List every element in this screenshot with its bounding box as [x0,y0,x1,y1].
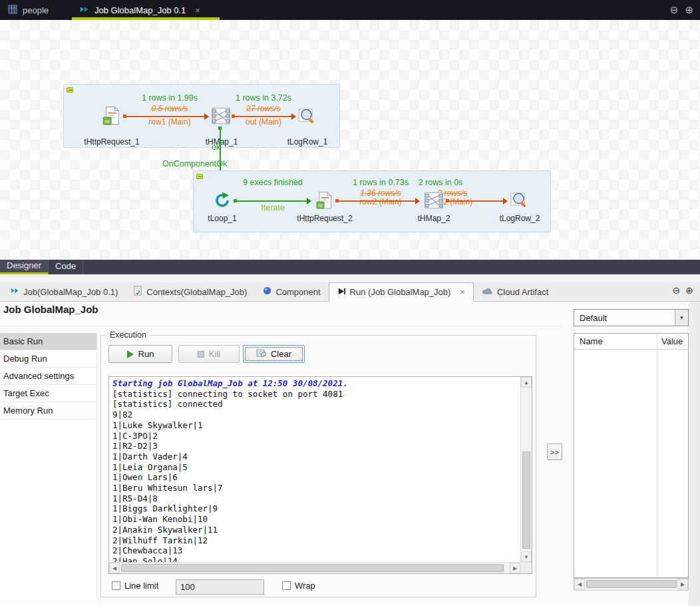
console-output[interactable]: Starting job GlobalMap_Job at 12:50 30/0… [109,377,520,562]
console-line: 1|Beru Whitesun lars|7 [112,483,520,493]
chevron-down-icon[interactable]: ▼ [675,310,688,326]
sidebar-item-debug-run[interactable]: Debug Run [0,350,96,368]
scrollbar-thumb[interactable] [522,452,530,549]
trigger-label[interactable]: OnComponentOk [162,159,227,168]
scrollbar-thumb[interactable] [586,580,677,588]
context-table-scrollbar[interactable]: ◀ ▶ [574,578,689,591]
flow-link-label[interactable]: row1 (Main) [128,117,211,127]
run-play-icon [337,287,346,298]
link-arrow-icon [307,198,311,204]
component-label: tHttpRequest_2 [285,214,365,223]
play-icon [127,350,134,358]
flow-link-line[interactable] [124,116,206,117]
line-limit-label: Line limit [124,581,158,591]
subjob-collapse-icon[interactable] [67,87,73,93]
kill-button[interactable]: Kill [178,345,240,363]
stop-icon [198,351,204,358]
tab-component[interactable]: Component [255,282,328,301]
maximize-view-icon[interactable]: ⊕ [685,285,693,296]
svg-text:ht: ht [319,203,323,208]
component-tHMap_2[interactable] [423,190,444,214]
console-horizontal-scrollbar[interactable]: ◀ ▶ [109,562,520,573]
clear-button[interactable]: Clear [243,345,305,363]
console-line: 2|Chewbacca|13 [112,545,520,556]
sidebar-item-advanced-settings[interactable]: Advanced settings [0,368,96,385]
component-tLoop_1[interactable] [213,191,232,212]
run-button-label: Run [138,349,154,359]
editor-tab-label: Job GlobalMap_Job 0.1 [94,5,186,15]
job-design-canvas[interactable]: 1 rows in 1.99s 0.5 rows/s row1 (Main) 1… [0,20,700,260]
component-label: tLogRow_1 [267,137,347,147]
flow-rate: 27 rows/s [224,104,303,113]
iterate-line[interactable] [235,200,308,202]
console-line: [statistics] connecting to socket on por… [112,389,520,400]
scroll-down-icon[interactable]: ▼ [521,551,532,562]
iterate-label[interactable]: Iterate [240,203,306,212]
link-arrow-icon [503,198,508,204]
divider [0,326,562,326]
tab-run[interactable]: Run (Job GlobalMap_Job) × [329,282,474,302]
editor-tab-people[interactable]: people [0,0,57,20]
console-vertical-scrollbar[interactable]: ▲ ▼ [520,377,532,562]
subjob-collapse-icon[interactable] [196,174,203,179]
console-line: 2|Wilhuff Tarkin|12 [112,535,520,546]
tab-job-view[interactable]: Job(GlobalMap_Job 0.1) [3,282,126,301]
context-variables-table: Name Value [574,333,689,578]
console-line: 9|82 [112,410,520,420]
console-line: 1|R2-D2|3 [112,441,520,452]
kill-button-label: Kill [209,349,220,359]
minimize-view-icon[interactable]: ⊖ [673,285,681,296]
component-tLogRow_2[interactable] [510,190,528,212]
execution-console[interactable]: Starting job GlobalMap_Job at 12:50 30/0… [108,376,532,574]
link-arrow-icon [291,113,296,120]
component-tHttpRequest_2[interactable]: ht [315,191,333,212]
tab-designer[interactable]: Designer [0,260,49,274]
scroll-left-icon[interactable]: ◀ [109,563,120,573]
flow-link-label[interactable]: row2 (Main) [341,197,421,206]
console-line: 1|Biggs Darklighter|9 [112,503,520,514]
maximize-view-icon[interactable]: ⊕ [685,4,693,16]
scroll-right-icon[interactable]: ▶ [677,579,688,589]
job-icon [80,5,89,16]
flow-link-line[interactable] [337,200,417,202]
column-header-name: Name [580,336,603,346]
flow-stats: 2 rows in 0s [406,178,475,187]
sidebar-item-memory-run[interactable]: Memory Run [0,402,96,420]
component-tHMap_1[interactable] [210,105,232,129]
flow-link-line[interactable] [447,200,504,202]
console-line: 1|R5-D4|8 [112,493,520,504]
console-line: [statistics] connected [112,399,520,410]
component-label: tHttpRequest_1 [72,137,152,147]
close-icon[interactable]: × [460,287,465,297]
context-select[interactable]: Default ▼ [574,309,689,326]
talend-studio-window: people Job GlobalMap_Job 0.1 × ⊖ ⊕ 1 row… [0,0,700,606]
close-icon[interactable]: × [195,5,200,15]
scrollbar-thumb[interactable] [121,564,504,572]
clear-icon [256,348,266,360]
sidebar-item-basic-run[interactable]: Basic Run [0,333,96,350]
sidebar-item-target-exec[interactable]: Target Exec [0,385,96,402]
component-tLogRow_1[interactable] [297,107,316,128]
run-button[interactable]: Run [108,345,172,363]
minimize-view-icon[interactable]: ⊖ [670,4,679,16]
component-tHttpRequest_1[interactable]: ht [101,106,121,129]
tab-cloud-artifact[interactable]: Cloud Artifact [474,282,556,301]
console-line: 1|Owen Lars|6 [112,472,520,483]
wrap-checkbox[interactable] [282,581,291,590]
expand-context-panel-button[interactable]: >> [547,444,562,460]
tab-label: Job(GlobalMap_Job 0.1) [23,287,118,297]
run-view: Job GlobalMap_Job Basic Run Debug Run Ad… [0,302,700,606]
tab-contexts[interactable]: Contexts(GlobalMap_Job) [126,282,255,301]
column-divider[interactable] [657,334,657,349]
tab-code[interactable]: Code [49,260,83,274]
line-limit-input[interactable] [176,579,264,595]
scroll-right-icon[interactable]: ▶ [510,563,520,573]
console-line: 1|Obi-Wan Kenobi|10 [112,514,520,525]
component-label: tHMap_1 [182,137,262,147]
panel-divider [0,274,700,282]
scroll-left-icon[interactable]: ◀ [574,579,585,589]
flow-link-line[interactable] [233,116,293,117]
line-limit-checkbox[interactable] [112,581,120,590]
scroll-up-icon[interactable]: ▲ [521,377,532,388]
page-title: Job GlobalMap_Job [3,304,98,315]
